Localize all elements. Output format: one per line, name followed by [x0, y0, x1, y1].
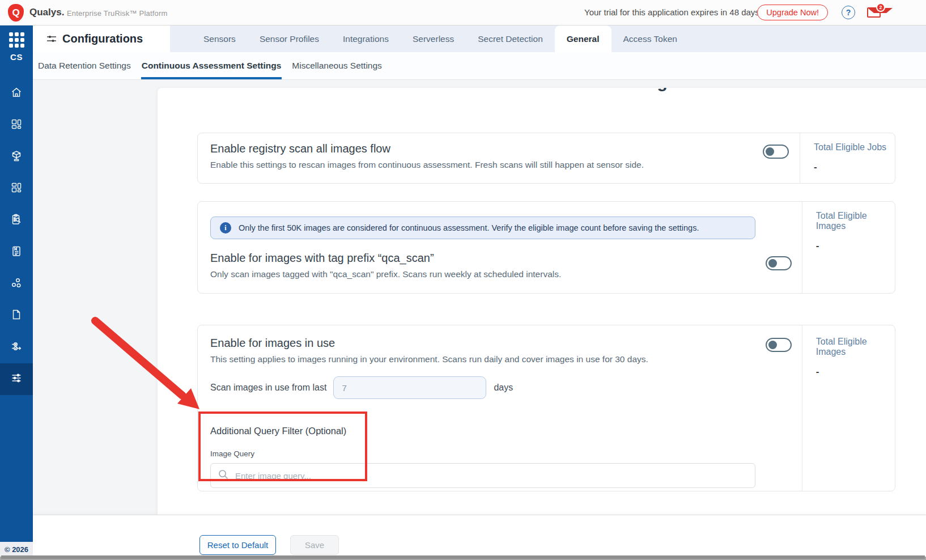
sidebar-item-home[interactable] — [0, 78, 33, 109]
setting-title: Enable registry scan all images flow — [210, 142, 752, 155]
stat-label: Total Eligible Jobs — [814, 142, 895, 152]
sidebar-item-pipeline[interactable] — [0, 332, 33, 363]
file-icon — [10, 308, 23, 323]
sidebar-item-modules[interactable] — [0, 109, 33, 141]
stat-value: - — [816, 366, 895, 377]
configurations-sliders-icon — [45, 33, 58, 48]
stat-label: Total Eligible Images — [816, 211, 895, 231]
settings-panel: Continuous Assessment Settings Enable re… — [158, 88, 926, 515]
home-icon — [10, 86, 23, 101]
copyright-text: © 2026 — [0, 542, 33, 557]
top-bar: Q Qualys. Enterprise TruRisk™ Platform Y… — [0, 0, 926, 26]
connections-nodes-icon — [10, 277, 23, 291]
stat-value: - — [814, 162, 895, 173]
card-images-in-use: Enable for images in use This setting ap… — [197, 325, 895, 491]
sidebar-item-connections[interactable] — [0, 268, 33, 300]
assessment-clipboard-icon — [10, 213, 23, 228]
app-switcher-icon[interactable] — [9, 32, 24, 48]
clipped-section-heading: Continuous Assessment Settings — [158, 88, 926, 95]
tab-strip: Sensors Sensor Profiles Integrations Ser… — [170, 26, 926, 52]
sidebar-item-assessment[interactable] — [0, 205, 33, 236]
image-query-label: Image Query — [210, 449, 755, 458]
subtab-miscellaneous[interactable]: Miscellaneous Settings — [291, 52, 383, 79]
tag-prefix-toggle[interactable] — [766, 256, 792, 270]
scan-days-input[interactable] — [333, 376, 486, 399]
tab-sensors[interactable]: Sensors — [192, 26, 248, 52]
configurations-sliders-icon — [10, 372, 23, 387]
app-window: Q Qualys. Enterprise TruRisk™ Platform Y… — [0, 0, 926, 560]
additional-query-filter-title: Additional Query Filter (Optional) — [210, 426, 755, 436]
tab-general[interactable]: General — [555, 26, 611, 52]
brand-suffix: Enterprise TruRisk™ Platform — [67, 9, 168, 18]
setting-title: Enable for images in use — [210, 337, 755, 350]
info-banner: i Only the first 50K images are consider… — [210, 217, 755, 239]
tab-serverless[interactable]: Serverless — [401, 26, 466, 52]
layout-blocks-icon — [10, 181, 23, 196]
setting-description: This setting applies to images running i… — [210, 354, 755, 364]
setting-description: Only scan images tagged with "qca_scan" … — [210, 269, 755, 279]
help-icon[interactable]: ? — [842, 6, 855, 19]
image-query-box — [210, 463, 755, 488]
scan-days-suffix: days — [494, 383, 513, 393]
info-icon: i — [220, 222, 231, 234]
reset-to-default-button[interactable]: Reset to Default — [199, 535, 276, 555]
stat-value: - — [816, 240, 895, 252]
mail-badge: 2 — [876, 3, 885, 12]
scan-days-row: Scan images in use from last days — [210, 376, 755, 399]
image-query-input[interactable] — [235, 471, 748, 481]
upgrade-now-button[interactable]: Upgrade Now! — [757, 5, 828, 20]
tab-secret-detection[interactable]: Secret Detection — [466, 26, 555, 52]
sidebar: CS — [0, 26, 33, 542]
tab-sensor-profiles[interactable]: Sensor Profiles — [248, 26, 331, 52]
brand-name: Qualys. — [29, 7, 64, 18]
footer-bar: Reset to Default Save — [33, 515, 926, 557]
sidebar-item-configurations[interactable] — [0, 363, 33, 395]
app-initials: CS — [10, 52, 23, 62]
sidebar-item-reports[interactable] — [0, 236, 33, 268]
header-row: Sensors Sensor Profiles Integrations Ser… — [33, 26, 926, 52]
sidebar-item-assets[interactable] — [0, 141, 33, 173]
trial-expiry-text: Your trial for this application expires … — [584, 7, 762, 17]
search-icon — [218, 469, 229, 482]
content-area: Continuous Assessment Settings Enable re… — [33, 80, 926, 515]
card-registry-scan: Enable registry scan all images flow Ena… — [197, 133, 895, 184]
sidebar-item-files[interactable] — [0, 300, 33, 332]
horizontal-scrollbar[interactable] — [1, 555, 925, 559]
tab-access-token[interactable]: Access Token — [611, 26, 689, 52]
images-in-use-toggle[interactable] — [766, 338, 792, 352]
save-button[interactable]: Save — [290, 535, 339, 555]
registry-scan-toggle[interactable] — [763, 145, 789, 159]
reports-document-icon — [10, 245, 23, 260]
tab-integrations[interactable]: Integrations — [331, 26, 401, 52]
pipeline-exceptions-icon — [10, 340, 23, 355]
subtab-row: Data Retention Settings Continuous Asses… — [33, 52, 926, 80]
sidebar-item-layouts[interactable] — [0, 173, 33, 205]
card-tag-prefix: i Only the first 50K images are consider… — [197, 201, 895, 294]
subtab-continuous-assessment[interactable]: Continuous Assessment Settings — [141, 52, 282, 79]
info-banner-text: Only the first 50K images are considered… — [239, 223, 699, 232]
subtab-data-retention[interactable]: Data Retention Settings — [37, 52, 131, 79]
assets-cube-icon — [10, 150, 23, 164]
qualys-logo-icon: Q — [8, 4, 24, 22]
setting-title: Enable for images with tag prefix “qca_s… — [210, 252, 755, 265]
setting-description: Enable this settings to rescan images fr… — [210, 160, 752, 170]
scan-days-label: Scan images in use from last — [210, 383, 326, 393]
stat-label: Total Eligible Images — [816, 337, 895, 357]
modules-icon — [10, 118, 23, 133]
page-title: Configurations — [62, 32, 143, 45]
